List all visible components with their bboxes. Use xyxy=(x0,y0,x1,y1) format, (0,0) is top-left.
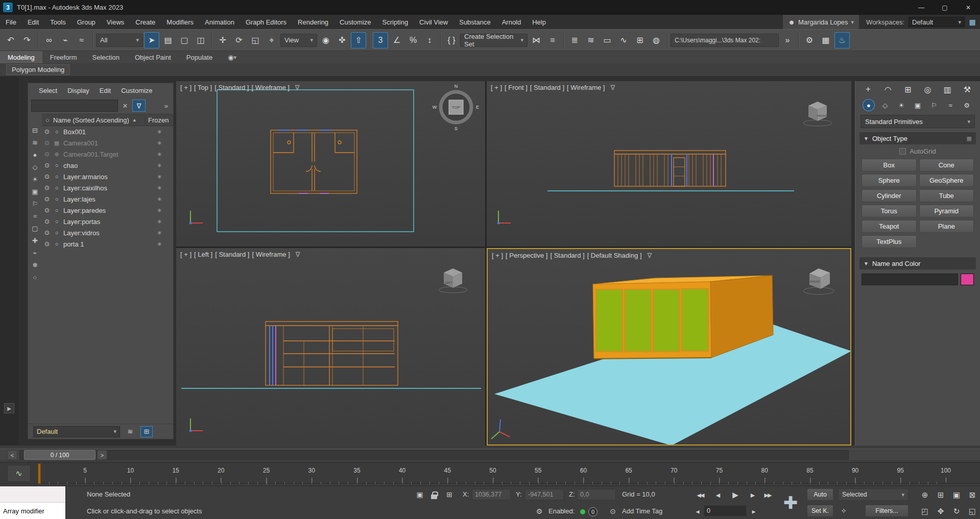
zoom-extents-all-icon[interactable]: ⊠ xyxy=(965,488,979,502)
cameras-category-icon[interactable]: ▣ xyxy=(912,99,924,111)
frozen-toggle-icon[interactable]: ∗ xyxy=(157,195,162,203)
display-frozen-icon[interactable]: ❄ xyxy=(30,259,41,271)
visibility-icon[interactable]: ⊙ xyxy=(42,229,52,236)
select-and-scale-icon[interactable]: ◱ xyxy=(248,32,263,48)
viewport-menu-shading[interactable]: [ Wireframe ] xyxy=(251,84,289,91)
list-item[interactable]: ⊙○Layer:vidros∗ xyxy=(42,227,173,238)
shapes-category-icon[interactable]: ◇ xyxy=(879,99,891,111)
viewport-menu-general[interactable]: [ + ] xyxy=(180,84,192,91)
reference-coordinate-dropdown[interactable]: View ▾ xyxy=(280,34,317,47)
frame-back-spinner-icon[interactable]: ◂ xyxy=(691,505,704,517)
lights-category-icon[interactable]: ☀ xyxy=(895,99,907,111)
undo-icon[interactable]: ↶ xyxy=(3,32,18,48)
selection-filter-dropdown[interactable]: All ▾ xyxy=(96,34,143,47)
frozen-toggle-icon[interactable]: ∗ xyxy=(157,207,162,214)
layer-mode-icon[interactable]: ≋ xyxy=(124,426,136,437)
visibility-icon[interactable]: ⊙ xyxy=(42,162,52,169)
viewport-top[interactable]: [ + ] [ Top ] [ Standard ] [ Wireframe ]… xyxy=(176,81,485,246)
named-selection-sets-icon[interactable]: { } xyxy=(444,32,459,48)
project-folder-field[interactable]: C:\Users\maggi...\3ds Max 202: xyxy=(671,34,779,47)
select-and-manipulate-icon[interactable]: ✜ xyxy=(334,32,350,48)
create-selection-set-dropdown[interactable]: Create Selection Set ▾ xyxy=(460,34,528,47)
next-frame-button[interactable]: > xyxy=(97,450,107,460)
left-viewport-canvas[interactable]: LEFT xyxy=(176,248,485,446)
front-viewport-canvas[interactable]: FRONT xyxy=(487,81,851,246)
menu-scripting[interactable]: Scripting xyxy=(377,15,414,29)
percent-snap-icon[interactable]: % xyxy=(405,32,421,48)
name-column-header[interactable]: Name (Sorted Ascending) xyxy=(53,116,129,124)
x-coordinate-field[interactable]: 1036,377 xyxy=(472,489,511,500)
display-helpers-icon[interactable]: ⚐ xyxy=(30,197,41,210)
viewport-menu-pov[interactable]: [ Front ] xyxy=(505,84,528,91)
viewport-menu-general[interactable]: [ + ] xyxy=(491,84,502,91)
ribbon-toggle-icon[interactable]: ▭ xyxy=(600,32,615,48)
viewcube[interactable]: FRONT xyxy=(803,268,834,294)
visibility-icon[interactable]: ⊙ xyxy=(42,240,52,248)
menu-customize[interactable]: Customize xyxy=(334,15,376,29)
frozen-toggle-icon[interactable]: ∗ xyxy=(157,173,162,180)
primitive-category-dropdown[interactable]: Standard Primitives ▾ xyxy=(861,115,975,128)
maximize-button[interactable]: ▢ xyxy=(933,0,957,15)
viewport-perspective[interactable]: [ + ] [ Perspective ] [ Standard ] [ Def… xyxy=(487,248,851,446)
zoom-icon[interactable]: ⊕ xyxy=(918,488,932,502)
maxscript-mini-listener[interactable]: Array modifier xyxy=(0,486,66,519)
toggle-layer-explorer-icon[interactable]: ≋ xyxy=(583,32,599,48)
display-groups-icon[interactable]: ▢ xyxy=(30,222,41,234)
visibility-icon[interactable]: ⊙ xyxy=(42,173,52,180)
object-name-field[interactable] xyxy=(862,274,958,285)
current-frame-field[interactable]: 0 xyxy=(704,505,747,516)
absolute-mode-icon[interactable]: ⊞ xyxy=(443,488,456,501)
schematic-view-icon[interactable]: ⊞ xyxy=(632,32,648,48)
select-by-name-icon[interactable]: ▤ xyxy=(160,32,176,48)
bind-spacewarp-icon[interactable]: ≈ xyxy=(74,32,89,48)
set-key-button[interactable]: Set K. xyxy=(807,505,833,517)
menu-tools[interactable]: Tools xyxy=(44,15,71,29)
list-item[interactable]: ⊙○porta 1∗ xyxy=(42,238,173,250)
display-spacewarps-icon[interactable]: ≈ xyxy=(30,210,41,222)
utilities-tab-icon[interactable]: ⚒ xyxy=(961,83,974,96)
redo-icon[interactable]: ↷ xyxy=(19,32,35,48)
viewport-menu-pov[interactable]: [ Left ] xyxy=(194,251,212,258)
viewport-menu-shading[interactable]: [ Wireframe ] xyxy=(252,251,290,258)
menu-help[interactable]: Help xyxy=(527,15,552,29)
search-filter-icon[interactable]: ∇ xyxy=(132,100,146,112)
display-xrefs-icon[interactable]: ✚ xyxy=(30,234,41,246)
viewcube[interactable]: FRONT xyxy=(803,102,832,126)
menu-rendering[interactable]: Rendering xyxy=(292,15,334,29)
viewcube[interactable]: LEFT xyxy=(439,268,467,293)
visibility-icon[interactable]: ⊙ xyxy=(42,184,52,191)
cylinder-button[interactable]: Cylinder xyxy=(862,189,917,202)
z-coordinate-field[interactable]: 0,0 xyxy=(577,489,616,500)
tab-selection[interactable]: Selection xyxy=(85,51,127,63)
go-to-start-icon[interactable]: ◀◀ xyxy=(692,488,708,502)
perspective-viewport-canvas[interactable]: FRONT xyxy=(488,249,851,446)
menu-edit[interactable]: Edit xyxy=(22,15,44,29)
frozen-toggle-icon[interactable]: ∗ xyxy=(157,229,162,236)
list-item[interactable]: ⊙▦Camera001∗ xyxy=(42,137,173,149)
hierarchy-tab-icon[interactable]: ⊞ xyxy=(901,83,915,96)
selection-lock-icon[interactable] xyxy=(428,489,440,501)
time-ruler-ticks[interactable]: 5101520253035404550556065707580859095100 xyxy=(40,463,946,484)
zoom-region-icon[interactable]: ◰ xyxy=(918,505,932,518)
ruler-tick[interactable]: 30 xyxy=(308,467,315,474)
ruler-tick[interactable]: 10 xyxy=(127,467,134,474)
viewport-front[interactable]: [ + ] [ Front ] [ Standard ] [ Wireframe… xyxy=(487,81,851,246)
menu-file[interactable]: File xyxy=(0,15,22,29)
select-and-move-icon[interactable]: ✛ xyxy=(215,32,230,48)
app-icon[interactable]: 3 xyxy=(3,3,13,12)
explorer-menu-customize[interactable]: Customize xyxy=(116,87,157,94)
object-type-rollout-header[interactable]: ▼ Object Type ▦ xyxy=(859,132,976,144)
rendered-frame-window-icon[interactable]: ▦ xyxy=(818,32,833,48)
maximize-viewport-icon[interactable]: ◱ xyxy=(965,505,979,518)
sort-hierarchy-icon[interactable]: ⊟ xyxy=(30,124,41,136)
listener-output-line[interactable] xyxy=(0,486,65,503)
frozen-toggle-icon[interactable]: ∗ xyxy=(157,184,162,191)
minimize-button[interactable]: — xyxy=(910,0,933,15)
menu-arnold[interactable]: Arnold xyxy=(496,15,527,29)
explorer-overflow-icon[interactable]: » xyxy=(164,102,170,110)
isolate-selection-icon[interactable]: ▣ xyxy=(414,488,426,501)
visibility-icon[interactable]: ⊙ xyxy=(42,195,52,203)
helpers-category-icon[interactable]: ⚐ xyxy=(928,99,940,111)
viewport-menu-standard[interactable]: [ Standard ] xyxy=(530,84,564,91)
track-bar[interactable]: ∿ 51015202530354045505560657075808590951… xyxy=(0,462,980,484)
